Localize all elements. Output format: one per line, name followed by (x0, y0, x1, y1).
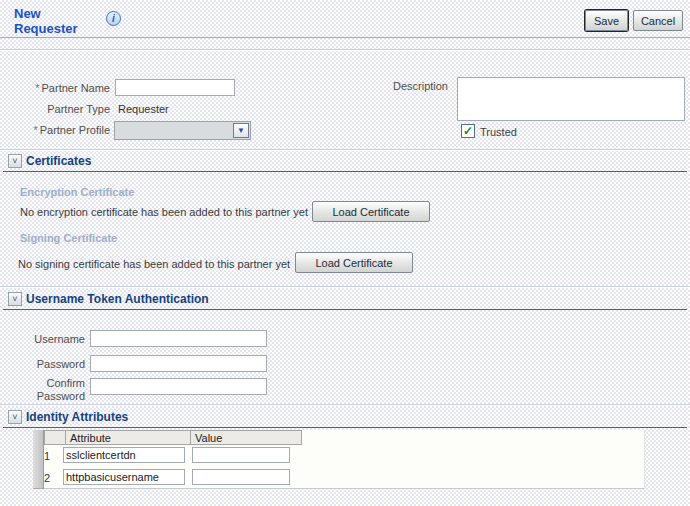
page-title: New Requester (14, 6, 106, 36)
attribute-input-row2[interactable] (63, 469, 185, 485)
password-label: Password (0, 358, 85, 370)
separator (0, 286, 690, 288)
partner-type-label: Partner Type (0, 103, 110, 115)
identity-attributes-section-header: ˅ Identity Attributes (3, 409, 687, 428)
identity-attributes-table: Attribute Value 1 2 (33, 430, 645, 489)
signing-certificate-subheader: Signing Certificate (20, 232, 117, 244)
encryption-certificate-subheader: Encryption Certificate (20, 186, 134, 198)
partner-profile-label: *Partner Profile (0, 124, 110, 136)
collapse-username-token-icon[interactable]: ˅ (8, 292, 22, 306)
username-token-section-title: Username Token Authentication (26, 292, 209, 306)
row-number: 1 (38, 450, 50, 462)
confirm-password-input[interactable] (90, 378, 267, 395)
row-number-column-header (44, 430, 65, 445)
username-token-section-header: ˅ Username Token Authentication (3, 291, 687, 310)
new-requester-page: New Requester i Save Cancel *Partner Nam… (0, 0, 690, 506)
partner-name-input[interactable] (115, 79, 235, 96)
row-number: 2 (38, 472, 50, 484)
username-label: Username (0, 333, 85, 345)
save-button[interactable]: Save (585, 10, 628, 31)
value-input-row2[interactable] (192, 469, 290, 485)
identity-attributes-section-title: Identity Attributes (26, 410, 128, 424)
partner-profile-dropdown[interactable]: ▼ (114, 121, 251, 140)
description-textarea[interactable] (457, 77, 685, 121)
password-input[interactable] (90, 355, 267, 372)
trusted-checkbox[interactable]: ✓ (461, 124, 475, 138)
separator (0, 149, 690, 151)
separator (0, 49, 690, 51)
info-icon[interactable]: i (106, 11, 121, 26)
certificates-section-title: Certificates (26, 154, 91, 168)
collapse-certificates-icon[interactable]: ˅ (8, 154, 22, 168)
trusted-label: Trusted (480, 126, 517, 138)
load-signing-certificate-button[interactable]: Load Certificate (295, 252, 413, 273)
partner-name-label: *Partner Name (0, 82, 110, 94)
value-column-header: Value (190, 430, 302, 445)
value-input-row1[interactable] (192, 447, 290, 463)
dropdown-arrow-button[interactable]: ▼ (233, 123, 249, 138)
attribute-column-header: Attribute (65, 430, 190, 445)
partner-type-value: Requester (118, 103, 169, 115)
certificates-section-header: ˅ Certificates (3, 153, 687, 172)
required-marker: * (35, 82, 39, 94)
attribute-input-row1[interactable] (63, 447, 185, 463)
header-divider (0, 37, 690, 38)
encryption-empty-message: No encryption certificate has been added… (20, 206, 308, 218)
cancel-button[interactable]: Cancel (633, 10, 683, 31)
load-encryption-certificate-button[interactable]: Load Certificate (312, 201, 430, 222)
required-marker: * (33, 124, 37, 136)
checkmark-icon: ✓ (462, 125, 474, 138)
separator (0, 404, 690, 406)
collapse-identity-attributes-icon[interactable]: ˅ (8, 410, 22, 424)
chevron-down-icon: ▼ (234, 124, 248, 138)
description-label: Description (348, 80, 448, 92)
confirm-password-label: Confirm Password (25, 377, 85, 403)
signing-empty-message: No signing certificate has been added to… (18, 258, 290, 270)
username-input[interactable] (90, 330, 267, 347)
